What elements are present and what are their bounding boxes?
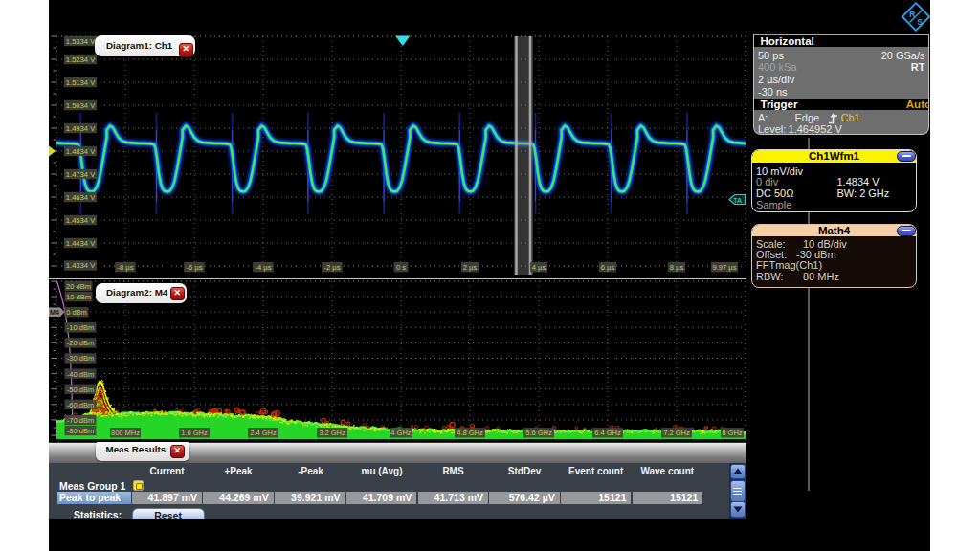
svg-text:1.4734 V: 1.4734 V	[66, 170, 96, 179]
svg-text:4.8 GHz: 4.8 GHz	[457, 429, 483, 437]
svg-text:-8 µs: -8 µs	[117, 263, 133, 272]
svg-text:1.4334 V: 1.4334 V	[66, 261, 96, 270]
svg-text:1.6 GHz: 1.6 GHz	[181, 429, 208, 437]
svg-text:-20 dBm: -20 dBm	[67, 339, 94, 347]
svg-text:M4: M4	[50, 308, 59, 317]
svg-text:20 dBm: 20 dBm	[66, 282, 91, 291]
svg-text:-80 dBm: -80 dBm	[67, 427, 94, 435]
svg-text:S: S	[917, 17, 923, 27]
svg-text:TA: TA	[733, 196, 742, 205]
svg-text:1.4634 V: 1.4634 V	[66, 193, 96, 202]
svg-text:7.2 GHz: 7.2 GHz	[663, 429, 690, 437]
svg-text:1.5134 V: 1.5134 V	[66, 78, 96, 87]
svg-text:0 dBm: 0 dBm	[66, 308, 87, 317]
svg-text:-30 dBm: -30 dBm	[67, 354, 94, 363]
svg-text:-40 dBm: -40 dBm	[67, 370, 94, 379]
svg-text:1.4834 V: 1.4834 V	[66, 147, 96, 156]
svg-text:0 s: 0 s	[396, 263, 406, 272]
svg-text:6.4 GHz: 6.4 GHz	[594, 429, 621, 437]
svg-text:10 dBm: 10 dBm	[66, 293, 91, 301]
svg-text:-50 dBm: -50 dBm	[67, 386, 94, 394]
svg-text:2 µs: 2 µs	[463, 263, 478, 272]
svg-text:1.4434 V: 1.4434 V	[66, 239, 96, 248]
svg-text:1.4534 V: 1.4534 V	[66, 216, 96, 225]
svg-text:1.5234 V: 1.5234 V	[66, 55, 96, 64]
svg-text:-70 dBm: -70 dBm	[67, 416, 94, 425]
svg-text:8 GHz: 8 GHz	[722, 429, 743, 437]
svg-text:4 GHz: 4 GHz	[390, 429, 412, 437]
svg-text:6 µs: 6 µs	[601, 263, 615, 272]
svg-text:9.97 µs: 9.97 µs	[712, 263, 736, 272]
svg-text:1.5334 V: 1.5334 V	[66, 37, 96, 46]
svg-text:-60 dBm: -60 dBm	[67, 401, 94, 409]
svg-text:R: R	[909, 10, 915, 19]
svg-text:-6 µs: -6 µs	[186, 263, 202, 272]
svg-text:1.5034 V: 1.5034 V	[66, 101, 96, 110]
svg-text:1.4934 V: 1.4934 V	[66, 124, 96, 133]
svg-text:8 µs: 8 µs	[670, 263, 684, 272]
svg-text:800 MHz: 800 MHz	[111, 429, 140, 437]
svg-text:-10 dBm: -10 dBm	[67, 323, 94, 332]
svg-text:3.2 GHz: 3.2 GHz	[319, 429, 345, 437]
svg-text:2.4 GHz: 2.4 GHz	[250, 429, 277, 437]
svg-text:4 µs: 4 µs	[532, 263, 546, 272]
svg-text:5.6 GHz: 5.6 GHz	[525, 429, 552, 437]
svg-text:-4 µs: -4 µs	[255, 263, 271, 272]
svg-text:-2 µs: -2 µs	[323, 263, 340, 272]
